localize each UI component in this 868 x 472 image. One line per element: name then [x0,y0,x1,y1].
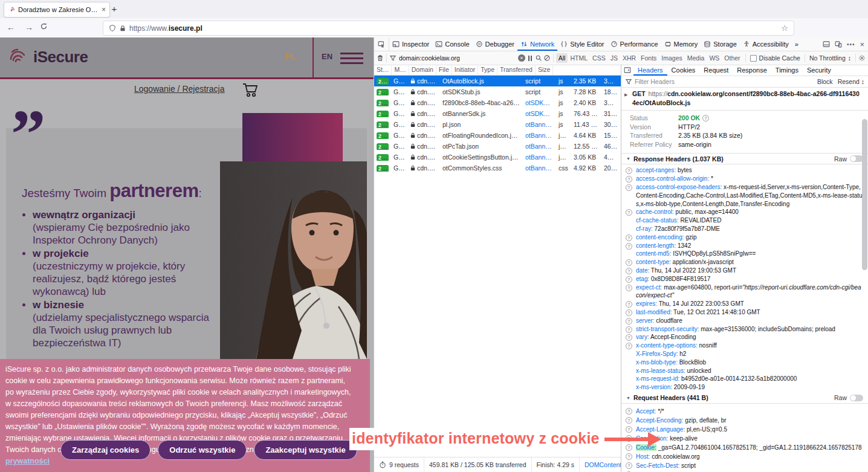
filter-headers-input[interactable]: Filter Headers [635,78,675,85]
type-filter-button[interactable]: WS [707,53,722,63]
help-icon[interactable]: ? [626,184,632,191]
column-header[interactable]: M… [392,65,409,75]
details-tab[interactable]: Cookies [667,65,700,76]
tab-network[interactable]: Network [517,37,557,51]
tab-accessibility[interactable]: Accessibility [740,37,792,51]
initiator-cell[interactable]: script [523,77,556,85]
initiator-cell[interactable]: otSDKSt… [523,110,556,117]
pick-element-icon[interactable] [374,37,389,51]
browser-tab[interactable]: Doradztwo w Zakresie Ochrony Dany × [4,2,110,18]
block-button[interactable]: Block [817,78,833,85]
details-tab[interactable]: Response [733,65,771,76]
raw-toggle[interactable] [850,155,863,162]
help-icon[interactable]: ? [702,115,709,121]
column-header[interactable]: File [436,65,452,75]
help-icon[interactable]: ? [626,243,632,250]
help-icon[interactable]: ? [626,417,632,424]
help-icon[interactable]: ? [626,408,632,415]
request-headers-section[interactable]: ▼ Request Headers (441 B) Raw [621,393,868,404]
site-logo[interactable]: iSecure [7,45,88,69]
cookie-banner-button[interactable]: Zarządzaj cookies [60,440,151,460]
type-filter-button[interactable]: Fonts [638,53,659,63]
initiator-cell[interactable]: otBanner… [523,164,556,172]
help-icon[interactable]: ? [626,234,632,241]
resend-button[interactable]: Resend ↕ [838,78,864,85]
type-filter-button[interactable]: Media [685,53,707,63]
help-icon[interactable]: ? [626,334,632,341]
initiator-cell[interactable]: otBanner… [523,143,556,150]
clear-filter-icon[interactable]: × [518,54,525,62]
help-icon[interactable]: ? [626,167,632,174]
type-filter-button[interactable]: HTML [568,53,590,63]
block-url-icon[interactable] [543,54,551,62]
help-icon[interactable]: ? [626,326,632,333]
help-icon[interactable]: ? [626,318,632,325]
tab-performance[interactable]: Performance [607,37,661,51]
url-bar[interactable]: https://www.isecure.pl ☆ [103,21,794,36]
request-row[interactable]: 200 GET cdn.co… otCommonStyles.css otBan… [374,163,621,173]
tab-style-editor[interactable]: Style Editor [557,37,607,51]
help-icon[interactable]: ? [626,301,632,308]
request-row[interactable]: 200 GET cdn.co… otPcTab.json otBanner… j… [374,141,621,152]
back-icon[interactable]: ← [5,22,17,32]
devtools-menu-icon[interactable]: ••• [847,41,855,48]
lang-pl-button[interactable]: PL [285,52,296,61]
search-icon[interactable] [535,54,542,62]
column-header[interactable]: Size [536,65,553,75]
initiator-cell[interactable]: script [523,88,556,95]
help-icon[interactable]: ? [626,176,632,183]
help-icon[interactable]: ? [626,209,632,216]
help-icon[interactable]: ? [626,309,632,316]
help-icon[interactable]: ? [626,343,632,349]
pause-traffic-icon[interactable] [526,56,534,61]
collapse-pane-icon[interactable] [624,66,631,74]
request-row[interactable]: 200 GET cdn.co… OtAutoBlock.js script js… [374,76,621,86]
site-menu-icon[interactable] [340,53,363,67]
split-console-icon[interactable] [823,40,830,48]
collapse-icon[interactable]: ▼ [626,396,630,400]
column-header[interactable]: Initiator [452,65,478,75]
type-filter-button[interactable]: JS [608,53,620,63]
request-row[interactable]: 200 GET cdn.co… otSDKStub.js script js 7… [374,86,621,97]
tab-console[interactable]: Console [432,37,472,51]
details-tab[interactable]: Request [699,65,733,76]
request-row[interactable]: 200 GET cdn.co… otBannerSdk.js otSDKSt… … [374,108,621,119]
request-row[interactable]: 200 GET cdn.co… f2890bc8-88eb-4bac-a266-… [374,97,621,108]
help-icon[interactable]: ? [626,276,632,283]
request-row[interactable]: 200 GET cdn.co… otCookieSettingsButton.j… [374,152,621,163]
help-icon[interactable]: ? [626,462,632,469]
expand-icon[interactable]: ▶ [624,90,627,99]
tab-close-icon[interactable]: × [102,6,106,13]
lang-en-button[interactable]: EN [322,52,332,61]
checkbox-icon[interactable] [750,55,757,62]
details-tab[interactable]: Headers [633,65,667,76]
help-icon[interactable]: ? [626,285,632,291]
new-tab-button[interactable]: + [108,2,121,16]
network-settings-gear-icon[interactable] [858,54,866,62]
cart-icon[interactable] [242,82,259,98]
shield-icon[interactable] [109,24,116,32]
reload-icon[interactable] [40,22,52,30]
tab-storage[interactable]: Storage [701,37,740,51]
throttling-select[interactable]: No Throttling↕ [808,54,853,62]
request-url-line[interactable]: ▶ GEThttps://cdn.cookielaw.org/consent/f… [621,87,868,111]
cookie-banner-button[interactable]: Zaakceptuj wszystkie [254,440,357,460]
request-row[interactable]: 200 GET cdn.co… otFloatingRoundedIcon.js… [374,130,621,141]
login-link[interactable]: Logowanie / Rejestracja [134,84,224,94]
more-tabs-icon[interactable]: » [792,37,802,51]
type-filter-button[interactable]: Other [722,53,742,63]
type-filter-button[interactable]: CSS [590,53,608,63]
column-header[interactable]: Domain [409,65,436,75]
help-icon[interactable]: ? [626,259,632,266]
type-filter-button[interactable]: All [556,53,568,63]
request-filter-input[interactable]: domain:cookielaw.org [389,54,517,62]
column-header[interactable]: Transferred [497,65,536,75]
type-filter-button[interactable]: Images [659,53,684,63]
tab-memory[interactable]: Memory [661,37,701,51]
response-headers-section[interactable]: ▼ Response Headers (1.037 KB) Raw [621,154,868,164]
collapse-icon[interactable]: ▼ [626,157,630,161]
disable-cache-checkbox[interactable]: Disable Cache [748,54,802,62]
type-filter-button[interactable]: XHR [620,53,638,63]
bookmark-star-icon[interactable]: ☆ [781,24,788,33]
initiator-cell[interactable]: otBanner… [523,154,556,161]
